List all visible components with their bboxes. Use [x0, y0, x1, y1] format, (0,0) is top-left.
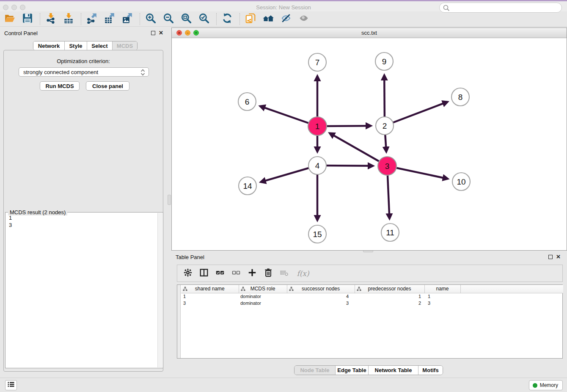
select-all-checkboxes-button[interactable]: [215, 268, 226, 279]
tab-edge-table[interactable]: Edge Table: [335, 366, 368, 375]
close-panel-icon[interactable]: ✕: [159, 31, 163, 35]
control-panel-title: Control Panel: [4, 30, 38, 36]
node-3[interactable]: 3: [378, 157, 396, 175]
split-columns-icon: [199, 268, 209, 279]
result-scrollbar[interactable]: [157, 213, 162, 367]
node-1[interactable]: 1: [308, 117, 327, 135]
node-label: 7: [315, 58, 320, 67]
add-column-icon: [248, 268, 257, 279]
zoom-selected-icon: [198, 13, 209, 25]
column-header-shared-name[interactable]: shared name: [181, 285, 239, 293]
network-from-selection-icon: [245, 13, 256, 25]
node-4[interactable]: 4: [308, 157, 326, 174]
tab-network[interactable]: Network: [33, 41, 64, 50]
tab-select[interactable]: Select: [87, 41, 112, 50]
tab-network-table[interactable]: Network Table: [368, 366, 418, 375]
status-bar: Memory: [0, 378, 567, 392]
zoom-in-button[interactable]: [144, 13, 157, 25]
table-settings-button[interactable]: [182, 268, 193, 279]
column-header-predecessor-nodes[interactable]: predecessor nodes: [355, 285, 424, 293]
criterion-value: strongly connected component: [23, 69, 98, 75]
table-cell: dominator: [239, 293, 287, 300]
home-view-icon: [263, 13, 274, 25]
tab-mcds[interactable]: MCDS: [112, 41, 137, 50]
criterion-dropdown[interactable]: strongly connected component: [19, 67, 149, 77]
add-column-button[interactable]: [247, 268, 258, 279]
table-panel-buttons: ✕: [548, 255, 561, 259]
node-label: 3: [385, 162, 390, 171]
function-builder-icon: f(x): [297, 269, 309, 278]
network-canvas[interactable]: 7968124314101511: [172, 38, 567, 250]
node-7[interactable]: 7: [308, 53, 326, 71]
vertical-splitter-handle[interactable]: [168, 195, 171, 205]
zoom-fit-icon: [181, 13, 192, 25]
table-row[interactable]: 3dominator323: [181, 300, 563, 306]
node-14[interactable]: 14: [239, 177, 256, 195]
run-mcds-button[interactable]: Run MCDS: [40, 81, 80, 91]
save-session-button[interactable]: [21, 13, 34, 25]
home-view-button[interactable]: [262, 13, 275, 25]
memory-button[interactable]: Memory: [529, 380, 563, 390]
zoom-fit-button[interactable]: [180, 13, 193, 25]
import-table-icon: [63, 13, 74, 25]
zoom-out-button[interactable]: [162, 13, 175, 25]
export-table-button[interactable]: [103, 13, 116, 25]
delete-column-button[interactable]: [263, 268, 274, 279]
deselect-all-checkboxes-button[interactable]: [231, 268, 242, 279]
node-label: 11: [386, 228, 394, 237]
node-2[interactable]: 2: [376, 117, 394, 135]
table-cell: 1: [424, 293, 460, 300]
close-panel-button[interactable]: Close panel: [86, 81, 129, 91]
zoom-out-icon: [163, 13, 174, 25]
close-table-panel-icon[interactable]: ✕: [556, 255, 561, 259]
tab-style[interactable]: Style: [64, 41, 87, 50]
chevron-up-down-icon: [140, 69, 146, 77]
show-all-button[interactable]: [297, 13, 310, 25]
node-6[interactable]: 6: [238, 93, 256, 110]
table-cell: 3: [287, 300, 355, 306]
column-header-successor-nodes[interactable]: successor nodes: [287, 285, 355, 293]
tab-motifs[interactable]: Motifs: [418, 366, 443, 375]
node-label: 14: [243, 182, 252, 190]
toolbar-separator: [239, 13, 240, 25]
table-row[interactable]: 1dominator411: [181, 293, 563, 300]
table-panel-title: Table Panel: [176, 254, 204, 260]
float-panel-icon[interactable]: [151, 31, 155, 35]
tab-node-table[interactable]: Node Table: [295, 366, 335, 375]
node-15[interactable]: 15: [308, 225, 326, 243]
node-table: shared nameMCDS rolesuccessor nodesprede…: [177, 284, 563, 359]
node-10[interactable]: 10: [452, 173, 470, 190]
hide-selected-icon: [281, 13, 292, 25]
export-network-button[interactable]: [85, 13, 98, 25]
column-header-mcds-role[interactable]: MCDS role: [239, 285, 287, 293]
column-header-name[interactable]: name: [424, 285, 460, 293]
mcds-result-box: MCDS result (2 nodes) 1 3: [5, 212, 163, 368]
delete-table-button[interactable]: [279, 268, 290, 279]
network-from-selection-button[interactable]: [244, 13, 257, 25]
node-label: 4: [315, 161, 320, 170]
edge-3-1[interactable]: [330, 133, 388, 166]
network-view-window: ✕ − + scc.txt 7968124314101511: [171, 28, 567, 251]
float-table-panel-icon[interactable]: [548, 255, 553, 259]
node-label: 6: [245, 97, 250, 106]
search-input[interactable]: [439, 3, 562, 13]
node-9[interactable]: 9: [375, 52, 393, 70]
network-window-titlebar[interactable]: ✕ − + scc.txt: [172, 28, 567, 38]
import-table-button[interactable]: [62, 13, 75, 25]
edge-2-8[interactable]: [385, 102, 447, 126]
network-view-title: scc.txt: [172, 28, 567, 38]
zoom-selected-button[interactable]: [198, 13, 210, 25]
node-label: 9: [382, 57, 387, 66]
node-11[interactable]: 11: [381, 224, 399, 241]
node-8[interactable]: 8: [451, 88, 469, 106]
function-builder-button[interactable]: f(x): [295, 268, 311, 279]
import-network-button[interactable]: [44, 13, 57, 25]
export-image-button[interactable]: [121, 13, 134, 25]
open-file-button[interactable]: [3, 13, 16, 25]
hide-selected-button[interactable]: [280, 13, 292, 25]
task-history-button[interactable]: [5, 380, 17, 390]
refresh-view-button[interactable]: [221, 13, 234, 25]
split-columns-button[interactable]: [198, 268, 209, 279]
node-label: 10: [457, 177, 465, 186]
import-network-icon: [45, 13, 56, 25]
